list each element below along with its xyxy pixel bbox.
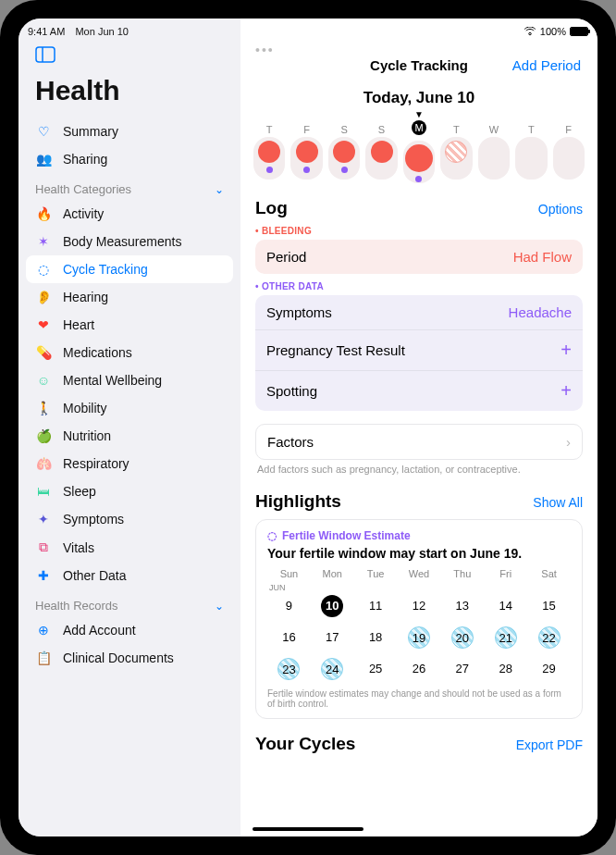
add-period-button[interactable]: Add Period: [512, 57, 581, 73]
calendar-cell[interactable]: 25: [354, 657, 398, 681]
sidebar-item-label: Sharing: [63, 152, 107, 167]
log-row-symptoms[interactable]: Symptoms Headache: [255, 295, 583, 330]
sidebar-item-mobility[interactable]: 🚶 Mobility: [18, 394, 240, 422]
chevron-right-icon: ›: [566, 434, 571, 450]
week-strip[interactable]: T F S S M: [240, 120, 598, 183]
calendar-cell[interactable]: 16: [267, 626, 311, 650]
sidebar-item-medications[interactable]: 💊 Medications: [18, 339, 240, 366]
fertile-window-note: Fertile window estimates may change and …: [267, 688, 571, 709]
chevron-down-icon: ⌄: [215, 183, 224, 196]
day-col[interactable]: F: [290, 120, 322, 183]
sidebar-toggle-icon[interactable]: [35, 46, 55, 66]
factors-row[interactable]: Factors ›: [256, 425, 582, 459]
calendar-cell[interactable]: 13: [440, 594, 484, 618]
calendar-cell[interactable]: 23: [267, 657, 311, 681]
day-col[interactable]: S: [328, 120, 360, 183]
sidebar-item-label: Medications: [63, 345, 132, 360]
highlights-header: Highlights: [255, 491, 341, 512]
sidebar-item-cycle-tracking[interactable]: ◌ Cycle Tracking: [26, 255, 233, 283]
calendar-cell[interactable]: 17: [311, 626, 354, 650]
page-title: Cycle Tracking: [370, 57, 468, 73]
sidebar-item-respiratory[interactable]: 🫁 Respiratory: [18, 450, 240, 477]
day-col[interactable]: T: [253, 120, 285, 183]
sidebar-item-symptoms[interactable]: ✦ Symptoms: [18, 505, 240, 533]
day-col-today[interactable]: M: [403, 120, 435, 183]
log-row-pregnancy-test[interactable]: Pregnancy Test Result +: [255, 330, 583, 371]
calendar-cell[interactable]: 29: [527, 657, 571, 681]
calendar-cell[interactable]: 22: [527, 626, 571, 650]
battery-icon: [570, 27, 588, 36]
sidebar-item-sharing[interactable]: 👥 Sharing: [18, 145, 240, 173]
calendar-dow-row: SunMonTueWedThuFriSat: [267, 568, 571, 579]
sidebar-item-label: Mental Wellbeing: [63, 373, 162, 388]
body-icon: ✶: [35, 234, 52, 249]
calendar-cell[interactable]: 20: [440, 626, 484, 650]
fertile-window-card[interactable]: ◌ Fertile Window Estimate Your fertile w…: [255, 519, 583, 719]
sidebar-item-clinical-documents[interactable]: 📋 Clinical Documents: [18, 644, 240, 672]
sidebar-item-activity[interactable]: 🔥 Activity: [18, 200, 240, 228]
add-icon: +: [561, 340, 572, 361]
status-bar-right: 100%: [240, 19, 598, 41]
sidebar-item-vitals[interactable]: ⧉ Vitals: [18, 533, 240, 562]
cycle-icon: ◌: [267, 529, 277, 542]
sidebar-item-mental-wellbeing[interactable]: ☺ Mental Wellbeing: [18, 366, 240, 394]
sidebar-item-other-data[interactable]: ✚ Other Data: [18, 562, 240, 589]
sidebar-item-body-measurements[interactable]: ✶ Body Measurements: [18, 228, 240, 255]
log-row-period[interactable]: Period Had Flow: [255, 240, 583, 274]
factors-hint: Add factors such as pregnancy, lactation…: [255, 460, 583, 475]
battery-percent: 100%: [540, 26, 566, 37]
calendar-cell[interactable]: 14: [484, 594, 527, 618]
home-indicator[interactable]: [253, 827, 363, 831]
calendar-month-label: JUN: [269, 583, 571, 592]
calendar-cell[interactable]: 12: [398, 594, 441, 618]
calendar-cell[interactable]: 11: [354, 594, 398, 618]
sidebar-item-add-account[interactable]: ⊕ Add Account: [18, 616, 240, 644]
app-title: Health: [35, 75, 224, 106]
section-health-categories[interactable]: Health Categories ⌄: [18, 173, 240, 200]
calendar-cell[interactable]: 18: [354, 626, 398, 650]
sidebar-item-label: Clinical Documents: [63, 651, 174, 665]
calendar-cell[interactable]: 21: [484, 626, 527, 650]
sidebar-item-heart[interactable]: ❤ Heart: [18, 311, 240, 339]
main-content: 100% ••• Cycle Tracking Add Period Today…: [240, 19, 598, 836]
calendar-cell[interactable]: 28: [484, 657, 527, 681]
day-col[interactable]: S: [365, 120, 397, 183]
brain-icon: ☺: [35, 373, 52, 388]
pill-icon: 💊: [35, 345, 52, 360]
sidebar-item-label: Sleep: [63, 484, 96, 499]
triangle-down-icon: ▼: [240, 111, 598, 118]
calendar-cell[interactable]: 19: [398, 626, 441, 650]
day-col[interactable]: T: [515, 120, 547, 183]
ear-icon: 👂: [35, 290, 52, 304]
calendar-cell[interactable]: 26: [398, 657, 441, 681]
sidebar-item-label: Hearing: [63, 290, 108, 304]
lungs-icon: 🫁: [35, 456, 52, 471]
bleeding-label: • BLEEDING: [255, 226, 583, 236]
log-row-spotting[interactable]: Spotting +: [255, 371, 583, 411]
calendar-cell[interactable]: 10: [311, 594, 354, 618]
your-cycles-header: Your Cycles: [255, 734, 355, 754]
calendar-cell[interactable]: 24: [311, 657, 354, 681]
sidebar: 9:41 AM Mon Jun 10 Health ♡ Summary 👥 Sh…: [18, 19, 240, 836]
status-date: Mon Jun 10: [75, 26, 128, 37]
sidebar-item-summary[interactable]: ♡ Summary: [18, 118, 240, 145]
show-all-button[interactable]: Show All: [533, 495, 583, 510]
export-pdf-button[interactable]: Export PDF: [516, 737, 583, 752]
log-options-button[interactable]: Options: [538, 202, 583, 217]
calendar-cell[interactable]: 15: [527, 594, 571, 618]
sidebar-item-label: Summary: [63, 124, 118, 139]
add-icon: +: [561, 380, 572, 402]
sidebar-item-hearing[interactable]: 👂 Hearing: [18, 283, 240, 311]
day-col[interactable]: F: [553, 120, 585, 183]
calendar-cell[interactable]: 9: [267, 594, 311, 618]
heart-icon: ❤: [35, 317, 52, 332]
day-col[interactable]: W: [478, 120, 510, 183]
sidebar-item-label: Cycle Tracking: [63, 262, 148, 277]
calendar-cell[interactable]: 27: [440, 657, 484, 681]
day-col[interactable]: T: [440, 120, 472, 183]
sidebar-item-label: Vitals: [63, 540, 94, 555]
chevron-down-icon: ⌄: [215, 600, 224, 613]
section-health-records[interactable]: Health Records ⌄: [18, 589, 240, 616]
sidebar-item-nutrition[interactable]: 🍏 Nutrition: [18, 422, 240, 450]
sidebar-item-sleep[interactable]: 🛏 Sleep: [18, 477, 240, 505]
